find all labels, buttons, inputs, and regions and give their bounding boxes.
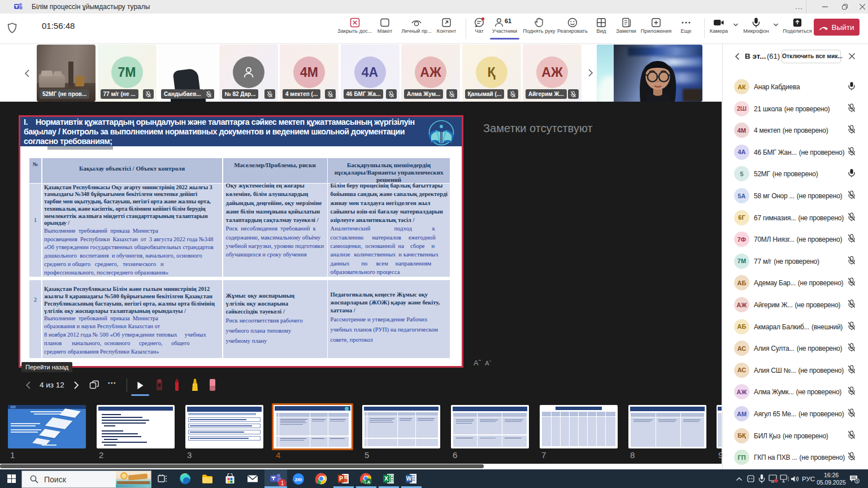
svg-text:X: X — [384, 476, 388, 482]
svg-text:61: 61 — [505, 18, 511, 24]
svg-text:A: A — [367, 480, 371, 485]
svg-text:P: P — [339, 476, 343, 482]
svg-text:zm: zm — [295, 476, 302, 482]
svg-text:5: 5 — [856, 479, 858, 483]
svg-text:W: W — [406, 476, 412, 482]
